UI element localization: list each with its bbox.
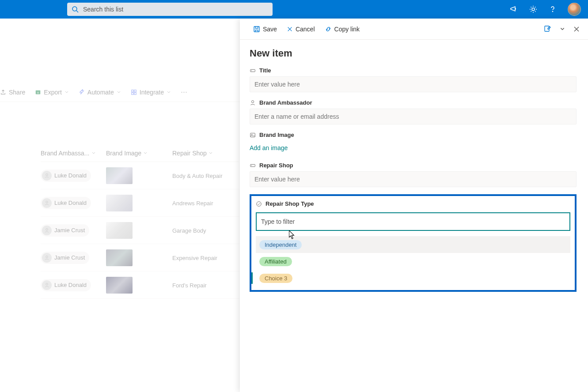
megaphone-icon[interactable] (509, 5, 518, 14)
person-pill: Luke Donald (41, 197, 91, 209)
chevron-down-icon (64, 90, 69, 94)
edit-form-icon[interactable] (544, 25, 552, 33)
repair-shop-input[interactable] (250, 171, 577, 187)
person-pill: Jamie Crust (41, 252, 89, 264)
repair-cell: Expensive Repair (172, 255, 217, 261)
col-header-repair-shop[interactable]: Repair Shop (172, 150, 239, 157)
brand-ambassador-label: Brand Ambassador (259, 99, 312, 106)
svg-rect-17 (250, 69, 255, 72)
svg-text:x: x (38, 90, 39, 94)
table-row[interactable]: Luke Donald Body & Auto Repair (41, 162, 239, 189)
chevron-down-icon (117, 90, 121, 94)
person-pill: Jamie Crust (41, 224, 89, 237)
table-row[interactable]: Luke Donald Ford's Repair (41, 271, 239, 299)
repair-cell: Andrews Repair (172, 200, 213, 207)
more-button[interactable]: ··· (181, 87, 187, 97)
close-panel-icon[interactable] (573, 26, 580, 33)
table-row[interactable]: Luke Donald Andrews Repair (41, 189, 239, 217)
svg-point-10 (46, 173, 48, 176)
user-avatar[interactable] (568, 3, 581, 16)
chevron-down-icon (167, 90, 171, 94)
choice-filter-input[interactable] (256, 212, 570, 231)
integrate-button[interactable]: Integrate (131, 89, 171, 96)
svg-point-19 (251, 100, 254, 102)
choice-option-choice3[interactable]: Choice 3 (256, 270, 570, 286)
svg-rect-20 (250, 133, 255, 137)
title-input[interactable] (250, 76, 577, 92)
svg-rect-15 (254, 26, 259, 32)
help-icon[interactable] (548, 5, 557, 14)
export-button[interactable]: x Export (35, 89, 68, 96)
settings-icon[interactable] (529, 5, 538, 14)
row-thumb (106, 167, 133, 184)
choice-option-affiliated[interactable]: Affiliated (256, 253, 570, 270)
search-input[interactable] (83, 6, 268, 13)
row-thumb (106, 249, 133, 266)
svg-point-2 (532, 8, 535, 11)
repair-cell: Garage Body (172, 227, 206, 234)
search-box[interactable] (67, 3, 273, 16)
brand-ambassador-input[interactable] (250, 109, 577, 124)
cancel-button[interactable]: Cancel (287, 26, 315, 33)
svg-point-24 (257, 201, 262, 206)
svg-rect-6 (132, 90, 133, 91)
panel-toolbar: Save Cancel Copy link (240, 19, 588, 40)
svg-line-1 (76, 11, 78, 12)
search-icon (72, 6, 79, 13)
link-icon (325, 26, 332, 33)
panel-title: New item (250, 48, 577, 59)
new-item-panel: Save Cancel Copy link New item Title (240, 19, 588, 392)
image-icon (250, 132, 256, 138)
field-title: Title (250, 67, 577, 92)
row-thumb (106, 222, 133, 239)
field-repair-shop-type-highlight: Repair Shop Type Independent Affiliated … (250, 194, 577, 292)
svg-rect-22 (250, 164, 255, 166)
svg-rect-9 (134, 92, 136, 94)
share-button[interactable]: Share (0, 89, 25, 96)
chevron-down-icon (143, 151, 148, 155)
row-thumb (106, 277, 133, 294)
chevron-down-icon[interactable] (560, 26, 565, 32)
choice-icon (256, 201, 262, 207)
copy-link-button[interactable]: Copy link (325, 26, 360, 33)
field-repair-shop: Repair Shop (250, 162, 577, 187)
svg-point-11 (46, 201, 48, 203)
row-thumb (106, 195, 133, 211)
repair-shop-label: Repair Shop (259, 162, 293, 169)
title-label: Title (259, 67, 271, 74)
repair-cell: Body & Auto Repair (172, 173, 222, 179)
col-header-brand-image[interactable]: Brand Image (106, 150, 172, 157)
add-image-link[interactable]: Add an image (250, 141, 577, 155)
text-field-icon (250, 162, 256, 169)
app-topbar (0, 0, 588, 19)
svg-point-0 (72, 7, 77, 11)
field-brand-image: Brand Image Add an image (250, 132, 577, 155)
chevron-down-icon (209, 151, 213, 155)
person-icon (250, 100, 256, 106)
col-header-brand-ambassador[interactable]: Brand Ambassa... (41, 150, 106, 157)
repair-shop-type-label: Repair Shop Type (266, 200, 314, 207)
close-icon (287, 26, 293, 32)
save-button[interactable]: Save (253, 26, 277, 33)
table-row[interactable]: Jamie Crust Garage Body (41, 217, 239, 244)
svg-rect-8 (132, 92, 133, 94)
chevron-down-icon (91, 151, 96, 155)
svg-rect-16 (545, 26, 549, 31)
column-headers-row: Brand Ambassa... Brand Image Repair Shop (41, 144, 239, 162)
choice-dropdown: Independent Affiliated Choice 3 (256, 234, 570, 286)
repair-cell: Ford's Repair (172, 282, 207, 289)
svg-rect-7 (134, 90, 136, 91)
svg-point-3 (552, 11, 553, 11)
person-pill: Luke Donald (41, 279, 91, 291)
table-row[interactable]: Jamie Crust Expensive Repair (41, 244, 239, 271)
brand-image-label: Brand Image (259, 132, 294, 138)
text-field-icon (250, 68, 256, 74)
choice-option-independent[interactable]: Independent (256, 236, 570, 253)
automate-button[interactable]: Automate (79, 89, 121, 96)
person-pill: Luke Donald (41, 170, 91, 182)
save-icon (253, 26, 260, 33)
field-brand-ambassador: Brand Ambassador (250, 99, 577, 124)
list-rows: Luke Donald Body & Auto Repair Luke Dona… (41, 162, 239, 299)
svg-point-12 (46, 228, 48, 230)
svg-point-13 (46, 256, 48, 258)
